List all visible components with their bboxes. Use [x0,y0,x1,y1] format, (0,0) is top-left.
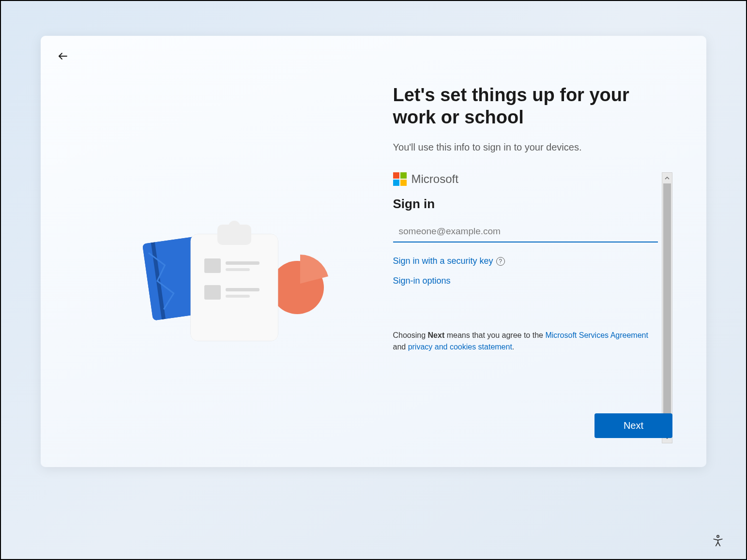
signin-options-label: Sign-in options [393,276,451,286]
agreement-bold: Next [428,331,445,339]
svg-rect-10 [226,261,259,265]
svg-rect-13 [226,288,259,291]
agreement-suffix: . [512,343,514,351]
next-button[interactable]: Next [595,413,672,438]
agreement-and: and [393,343,408,351]
illustration-pane [41,36,374,467]
agreement-middle: means that you agree to the [444,331,545,339]
help-icon[interactable]: ? [496,257,505,266]
svg-rect-11 [226,268,250,271]
accessibility-icon [712,534,724,547]
accessibility-button[interactable] [709,532,727,549]
svg-point-15 [717,535,719,537]
microsoft-logo-icon [393,172,407,186]
security-key-link[interactable]: Sign in with a security key ? [393,256,505,266]
services-agreement-link[interactable]: Microsoft Services Agreement [545,331,648,339]
vertical-scrollbar[interactable] [662,172,672,443]
brand-name: Microsoft [412,172,458,186]
email-input[interactable] [393,222,658,242]
form-pane: Let's set things up for your work or sch… [374,36,707,467]
signin-heading: Sign in [393,197,658,212]
security-key-link-label: Sign in with a security key [393,256,493,266]
setup-card: Let's set things up for your work or sch… [41,36,706,467]
signin-scroll-area: Microsoft Sign in Sign in with a securit… [393,172,673,353]
page-title: Let's set things up for your work or sch… [393,84,645,128]
svg-rect-12 [204,285,221,300]
work-school-illustration-icon [137,215,346,350]
brand-row: Microsoft [393,172,658,186]
next-button-label: Next [624,420,643,431]
svg-rect-9 [204,258,221,273]
svg-rect-14 [226,295,250,298]
scroll-up-button[interactable] [662,173,672,183]
signin-options-link[interactable]: Sign-in options [393,276,451,286]
scroll-thumb[interactable] [663,183,671,432]
chevron-up-icon [665,176,670,181]
agreement-text: Choosing Next means that you agree to th… [393,330,655,353]
page-subtitle: You'll use this info to sign in to your … [393,142,673,153]
svg-point-8 [229,221,240,232]
svg-rect-6 [191,234,278,341]
agreement-prefix: Choosing [393,331,428,339]
privacy-link[interactable]: privacy and cookies statement [408,343,512,351]
